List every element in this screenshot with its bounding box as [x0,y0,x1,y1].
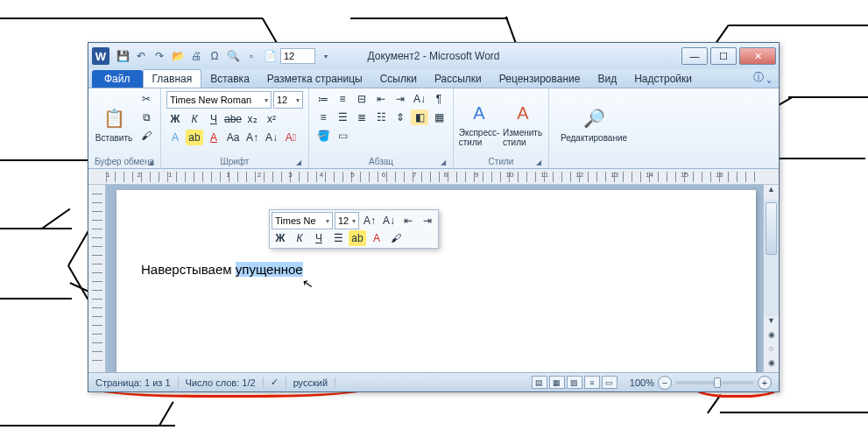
shading-button[interactable]: ◧ [411,109,428,125]
cut-icon[interactable]: ✂ [138,91,155,107]
indent-dec-button[interactable]: ⇤ [372,91,390,107]
mini-grow-font-button[interactable]: A↑ [361,213,378,229]
status-words[interactable]: Число слов: 1/2 [179,377,264,388]
copy-icon[interactable]: ⧉ [138,109,155,125]
borders-button[interactable]: ▦ [430,109,448,125]
scroll-down-icon[interactable]: ▼ [764,316,779,330]
zoom-knob[interactable] [714,377,721,388]
scrollbar-vertical[interactable]: ▲ ▼ ◉ ○ ◉ [763,185,779,372]
redo-icon[interactable]: ↷ [152,48,167,64]
align-center-button[interactable]: ☰ [334,109,351,125]
view-draft-button[interactable]: ▭ [602,376,617,389]
prev-page-icon[interactable]: ◉ [764,330,779,344]
preview-icon[interactable]: 🔍 [225,48,241,64]
close-button[interactable]: ✕ [739,47,776,65]
app-icon[interactable]: W [92,47,109,65]
qat-more-icon[interactable]: ▾ [318,48,334,64]
qat-font-size[interactable]: 12 [280,48,315,64]
font-size-combo[interactable]: 12▾ [273,91,303,109]
help-icon[interactable]: ⓘ ˬ [746,67,779,88]
copy-icon[interactable]: 📄 [262,48,278,64]
scroll-track[interactable] [764,199,779,316]
zoom-in-button[interactable]: + [758,376,772,390]
format-painter-icon[interactable]: 🖌 [138,128,155,144]
document-area[interactable]: Times Ne▾ 12▾ A↑ A↓ ⇤ ⇥ Ж К Ч ☰ ab A [106,185,763,372]
view-outline-button[interactable]: ≡ [584,376,600,389]
maximize-button[interactable]: ☐ [710,47,737,65]
mini-size-combo[interactable]: 12▾ [335,212,359,229]
highlight-button[interactable]: ab [186,130,203,145]
change-case-button[interactable]: Aa [224,130,242,145]
status-proof-icon[interactable]: ✓ [264,377,286,388]
show-marks-button[interactable]: ¶ [430,91,448,107]
next-page-icon[interactable]: ◉ [764,358,779,372]
zoom-out-button[interactable]: − [658,376,672,390]
ruler-horizontal[interactable]: 12112345678910111213141516 [88,169,779,185]
status-page[interactable]: Страница: 1 из 1 [88,377,179,388]
line-spacing-button[interactable]: ⇕ [392,109,409,125]
page[interactable]: Times Ne▾ 12▾ A↑ A↓ ⇤ ⇥ Ж К Ч ☰ ab A [116,190,756,372]
fill-button[interactable]: 🪣 [314,128,332,144]
mini-shrink-font-button[interactable]: A↓ [380,213,398,229]
scroll-thumb[interactable] [766,202,777,255]
italic-button[interactable]: К [186,111,203,127]
zoom-percent[interactable]: 100% [630,377,654,388]
text-effects-button[interactable]: A [166,130,184,145]
font-name-combo[interactable]: Times New Roman▾ [166,91,272,109]
undo-icon[interactable]: ↶ [133,48,149,64]
clear-format-button[interactable]: A⃠ [282,130,300,145]
clipboard-launcher-icon[interactable]: ◢ [146,159,155,167]
bullets-button[interactable]: ≔ [314,91,332,107]
paragraph-launcher-icon[interactable]: ◢ [439,159,448,167]
ruler-vertical[interactable] [88,185,106,372]
align-right-button[interactable]: ≣ [353,109,370,125]
shrink-font-button[interactable]: A↓ [263,130,280,145]
bold-button[interactable]: Ж [166,111,184,127]
justify-button[interactable]: ☷ [372,109,390,125]
print-icon[interactable]: 🖨 [188,48,204,64]
mini-font-combo[interactable]: Times Ne▾ [272,212,333,229]
mini-align-center-button[interactable]: ☰ [329,230,347,246]
browse-object-icon[interactable]: ○ [764,344,779,358]
indent-inc-button[interactable]: ⇥ [392,91,409,107]
tab-home[interactable]: Главная [143,69,202,88]
superscript-button[interactable]: x² [263,111,280,127]
tab-insert[interactable]: Вставка [201,70,258,88]
multilevel-button[interactable]: ⊟ [353,91,370,107]
new-icon[interactable]: ▫ [243,48,259,64]
view-print-layout-button[interactable]: ▤ [532,376,547,389]
underline-button[interactable]: Ч [205,111,222,127]
mini-format-painter-button[interactable]: 🖌 [387,230,405,246]
view-fullscreen-button[interactable]: ▦ [549,376,565,389]
document-text[interactable]: Наверстываем упущенное [141,262,303,278]
minimize-button[interactable]: — [681,47,708,65]
styles-launcher-icon[interactable]: ◢ [534,159,543,167]
mini-underline-button[interactable]: Ч [310,230,328,246]
mini-indent-dec-button[interactable]: ⇤ [399,213,417,229]
mini-font-color-button[interactable]: A [368,230,385,246]
save-icon[interactable]: 💾 [115,48,131,64]
mini-italic-button[interactable]: К [291,230,308,246]
tab-mailings[interactable]: Рассылки [426,70,490,88]
tab-references[interactable]: Ссылки [371,70,426,88]
numbering-button[interactable]: ≡ [334,91,351,107]
sort-button[interactable]: A↓ [411,91,428,107]
tab-review[interactable]: Рецензирование [490,70,589,88]
mini-bold-button[interactable]: Ж [272,230,289,246]
symbol-icon[interactable]: Ω [207,48,222,64]
paste-button[interactable]: 📋 Вставить [94,91,134,156]
tab-file[interactable]: Файл [92,70,143,88]
align-left-button[interactable]: ≡ [314,109,332,125]
tab-view[interactable]: Вид [589,70,625,88]
mini-indent-inc-button[interactable]: ⇥ [419,213,436,229]
view-web-button[interactable]: ▨ [567,376,582,389]
border-style-button[interactable]: ▭ [334,128,351,144]
change-styles-button[interactable]: A Изменить стили [503,91,543,156]
open-icon[interactable]: 📂 [170,48,186,64]
editing-button[interactable]: 🔎 Редактирование [554,91,633,156]
subscript-button[interactable]: x₂ [243,111,261,127]
tab-addins[interactable]: Надстройки [625,70,701,88]
zoom-slider[interactable] [675,381,754,384]
scroll-up-icon[interactable]: ▲ [764,185,779,199]
strike-button[interactable]: abe [224,111,242,127]
